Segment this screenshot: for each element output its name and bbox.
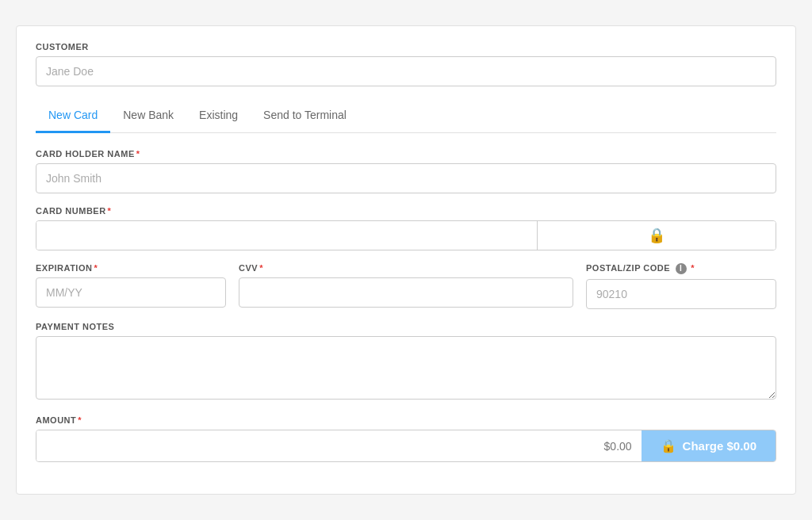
amount-row: 🔒 Charge $0.00 bbox=[36, 430, 776, 462]
card-lock-section: 🔒 bbox=[538, 221, 776, 250]
card-number-section: CARD NUMBER* 🔒 bbox=[36, 206, 776, 250]
cvv-section: CVV* bbox=[239, 263, 573, 309]
payment-notes-section: PAYMENT NOTES bbox=[36, 322, 776, 403]
postal-label: POSTAL/ZIP CODE i * bbox=[586, 263, 776, 274]
amount-section: AMOUNT* 🔒 Charge $0.00 bbox=[36, 415, 776, 462]
required-star: * bbox=[259, 263, 263, 273]
expiration-label: EXPIRATION* bbox=[36, 263, 226, 273]
payment-notes-textarea[interactable] bbox=[36, 336, 776, 400]
cvv-input[interactable] bbox=[239, 277, 573, 308]
postal-section: POSTAL/ZIP CODE i * bbox=[586, 263, 776, 309]
amount-label: AMOUNT* bbox=[36, 415, 776, 425]
card-holder-section: CARD HOLDER NAME* bbox=[36, 149, 776, 193]
cvv-label: CVV* bbox=[239, 263, 573, 273]
expiration-input[interactable] bbox=[36, 277, 226, 308]
postal-info-icon[interactable]: i bbox=[676, 263, 687, 274]
tabs-container: New Card New Bank Existing Send to Termi… bbox=[36, 99, 776, 133]
tab-send-to-terminal[interactable]: Send to Terminal bbox=[251, 99, 359, 133]
card-holder-input[interactable] bbox=[36, 163, 776, 193]
payment-form-card: CUSTOMER New Card New Bank Existing Send… bbox=[16, 25, 796, 495]
lock-icon: 🔒 bbox=[648, 227, 665, 244]
customer-input[interactable] bbox=[36, 56, 776, 86]
payment-notes-label: PAYMENT NOTES bbox=[36, 322, 776, 331]
tab-new-bank[interactable]: New Bank bbox=[110, 99, 186, 133]
required-star: * bbox=[78, 415, 82, 425]
required-star: * bbox=[108, 206, 112, 216]
required-star: * bbox=[136, 149, 140, 159]
customer-section: CUSTOMER bbox=[36, 42, 776, 86]
card-number-label: CARD NUMBER* bbox=[36, 206, 776, 216]
expiration-section: EXPIRATION* bbox=[36, 263, 226, 309]
amount-input[interactable] bbox=[36, 430, 642, 461]
three-fields-row: EXPIRATION* CVV* POSTAL/ZIP CODE i * bbox=[36, 263, 776, 309]
card-number-row: 🔒 bbox=[36, 220, 776, 250]
required-star: * bbox=[691, 263, 695, 273]
card-holder-label: CARD HOLDER NAME* bbox=[36, 149, 776, 159]
charge-button[interactable]: 🔒 Charge $0.00 bbox=[642, 430, 776, 461]
required-star: * bbox=[94, 263, 98, 273]
tab-new-card[interactable]: New Card bbox=[36, 99, 110, 133]
card-number-input[interactable] bbox=[36, 221, 537, 250]
charge-lock-icon: 🔒 bbox=[661, 438, 676, 453]
charge-button-label: Charge $0.00 bbox=[683, 439, 756, 453]
tab-existing[interactable]: Existing bbox=[186, 99, 251, 133]
customer-label: CUSTOMER bbox=[36, 42, 776, 52]
postal-input[interactable] bbox=[586, 279, 776, 309]
